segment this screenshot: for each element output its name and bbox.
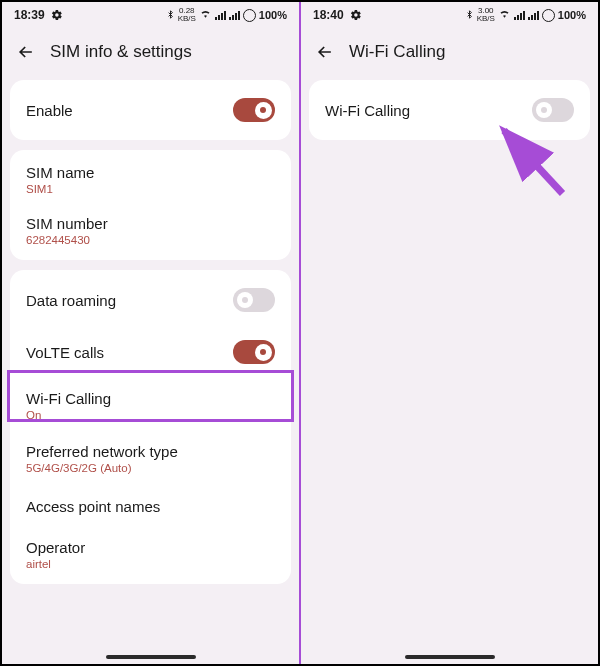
- signal-icon: [514, 10, 525, 20]
- card-sim-info: SIM name SIM1 SIM number 6282445430: [10, 150, 291, 260]
- sim-number-label: SIM number: [26, 215, 108, 232]
- operator-label: Operator: [26, 539, 85, 556]
- row-preferred-network[interactable]: Preferred network type 5G/4G/3G/2G (Auto…: [10, 433, 291, 484]
- wifi-icon: [199, 9, 212, 21]
- wifi-calling-label: Wi-Fi Calling: [26, 390, 111, 407]
- row-sim-number[interactable]: SIM number 6282445430: [10, 205, 291, 256]
- pref-net-value: 5G/4G/3G/2G (Auto): [26, 462, 178, 474]
- volte-toggle[interactable]: [233, 340, 275, 364]
- enable-label: Enable: [26, 102, 73, 119]
- bluetooth-icon: [166, 9, 175, 22]
- nav-pill[interactable]: [405, 655, 495, 659]
- status-bar: 18:39 0.28 KB/S 100%: [2, 2, 299, 28]
- data-roaming-toggle[interactable]: [233, 288, 275, 312]
- screen-wifi-calling: 18:40 3.00 KB/S 100%: [300, 2, 598, 664]
- row-volte[interactable]: VoLTE calls: [10, 326, 291, 378]
- gear-icon: [350, 9, 362, 21]
- sim-name-value: SIM1: [26, 183, 94, 195]
- data-roaming-label: Data roaming: [26, 292, 116, 309]
- signal-icon: [528, 10, 539, 20]
- back-icon[interactable]: [16, 42, 36, 62]
- nav-pill[interactable]: [106, 655, 196, 659]
- sim-number-value: 6282445430: [26, 234, 108, 246]
- signal-icon: [229, 10, 240, 20]
- row-wifi-calling-toggle[interactable]: Wi-Fi Calling: [309, 84, 590, 136]
- data-rate: 3.00 KB/S: [477, 7, 495, 23]
- card-wifi-calling: Wi-Fi Calling: [309, 80, 590, 140]
- row-sim-name[interactable]: SIM name SIM1: [10, 154, 291, 205]
- wifi-icon: [498, 9, 511, 21]
- card-enable: Enable: [10, 80, 291, 140]
- row-enable[interactable]: Enable: [10, 84, 291, 136]
- battery-pct: 100%: [259, 9, 287, 21]
- page-header: Wi-Fi Calling: [301, 28, 598, 80]
- wifi-calling-label: Wi-Fi Calling: [325, 102, 410, 119]
- gear-icon: [51, 9, 63, 21]
- battery-icon: [243, 9, 256, 22]
- enable-toggle[interactable]: [233, 98, 275, 122]
- status-time: 18:39: [14, 8, 45, 22]
- screen-sim-settings: 18:39 0.28 KB/S 100%: [2, 2, 300, 664]
- row-data-roaming[interactable]: Data roaming: [10, 274, 291, 326]
- apn-label: Access point names: [26, 498, 160, 515]
- back-icon[interactable]: [315, 42, 335, 62]
- wifi-calling-value: On: [26, 409, 111, 421]
- battery-icon: [542, 9, 555, 22]
- page-title: Wi-Fi Calling: [349, 42, 445, 62]
- status-time: 18:40: [313, 8, 344, 22]
- data-rate: 0.28 KB/S: [178, 7, 196, 23]
- pref-net-label: Preferred network type: [26, 443, 178, 460]
- battery-pct: 100%: [558, 9, 586, 21]
- page-header: SIM info & settings: [2, 28, 299, 80]
- signal-icon: [215, 10, 226, 20]
- volte-label: VoLTE calls: [26, 344, 104, 361]
- row-apn[interactable]: Access point names: [10, 484, 291, 529]
- row-operator[interactable]: Operator airtel: [10, 529, 291, 580]
- operator-value: airtel: [26, 558, 85, 570]
- status-bar: 18:40 3.00 KB/S 100%: [301, 2, 598, 28]
- bluetooth-icon: [465, 9, 474, 22]
- wifi-calling-toggle[interactable]: [532, 98, 574, 122]
- card-network: Data roaming VoLTE calls Wi-Fi Calling O…: [10, 270, 291, 584]
- page-title: SIM info & settings: [50, 42, 192, 62]
- sim-name-label: SIM name: [26, 164, 94, 181]
- row-wifi-calling[interactable]: Wi-Fi Calling On: [10, 378, 291, 433]
